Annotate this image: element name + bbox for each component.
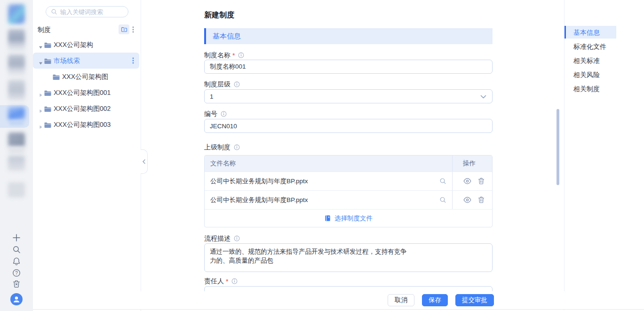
delete-button[interactable] <box>478 196 485 203</box>
search-icon <box>51 8 57 15</box>
table-row: 公司中长期业务规划与年度BP.pptx <box>205 190 492 209</box>
blurred-nav-item[interactable] <box>8 54 25 76</box>
panel-collapse-handle[interactable] <box>141 149 148 174</box>
trash-icon <box>478 178 485 185</box>
chevron-left-icon <box>142 159 146 164</box>
label-text: 编号 <box>204 110 217 118</box>
form-footer: 取消 保存 提交审批 <box>33 291 644 310</box>
info-icon[interactable] <box>234 81 240 87</box>
tree-item[interactable]: XXX公司架构图001 <box>33 85 141 101</box>
field-label-description: 流程描述 <box>204 234 240 242</box>
info-icon[interactable] <box>231 278 238 284</box>
help-button[interactable]: ? <box>12 269 21 277</box>
select-file-label: 选择制度文件 <box>334 214 373 223</box>
tree-item[interactable]: XXX公司架构图003 <box>33 117 141 132</box>
code-input[interactable] <box>204 119 493 133</box>
bell-icon <box>12 257 21 265</box>
submit-approval-button[interactable]: 提交审批 <box>455 294 494 306</box>
anchor-item-related-risks[interactable]: 相关风险 <box>573 71 600 79</box>
book-star-icon <box>324 215 331 222</box>
required-mark: * <box>226 278 228 285</box>
tree-item-more-button[interactable] <box>130 56 136 65</box>
table-header: 文件名称 操作 <box>205 156 492 171</box>
folder-icon <box>44 42 51 50</box>
info-icon[interactable] <box>234 235 240 241</box>
user-avatar[interactable] <box>10 293 23 305</box>
scrollbar-thumb[interactable] <box>557 109 559 185</box>
add-folder-button[interactable] <box>119 24 129 34</box>
label-text: 责任人 <box>204 277 224 286</box>
file-search-button[interactable] <box>439 178 446 185</box>
search-icon <box>12 245 21 254</box>
preview-button[interactable] <box>463 178 471 184</box>
recycle-bin-button[interactable] <box>12 280 21 288</box>
svg-text:?: ? <box>15 271 18 276</box>
file-name: 公司中长期业务规划与年度BP.pptx <box>210 177 308 186</box>
caret-right-icon[interactable] <box>39 107 43 115</box>
blurred-nav-item[interactable] <box>8 29 25 51</box>
blurred-nav-item[interactable] <box>8 182 25 197</box>
delete-button[interactable] <box>478 178 485 185</box>
info-icon[interactable] <box>234 144 240 150</box>
tree-item-label: XXX公司架构图 <box>62 73 108 81</box>
global-search-button[interactable] <box>12 245 21 254</box>
plus-icon <box>12 233 21 242</box>
table-row: 公司中长期业务规划与年度BP.pptx <box>205 171 492 190</box>
select-file-button[interactable]: 选择制度文件 <box>324 214 373 223</box>
search-icon <box>439 178 446 185</box>
tree-item-selected[interactable]: 市场线索 <box>33 53 139 69</box>
blurred-nav-item[interactable] <box>8 132 25 147</box>
caret-right-icon[interactable] <box>39 91 43 99</box>
blurred-nav-item-selected[interactable] <box>0 105 29 128</box>
field-label-code: 编号 <box>204 110 227 118</box>
blurred-label <box>8 148 25 153</box>
tree-more-button[interactable] <box>130 25 136 34</box>
tree-item[interactable]: XXX公司架构 <box>33 37 141 53</box>
page-title: 新建制度 <box>204 10 234 20</box>
parent-files-table: 文件名称 操作 公司中长期业务规划与年度BP.pptx 公司中长期业务规划与年度… <box>204 155 493 227</box>
caret-right-icon[interactable] <box>39 123 43 131</box>
tree-item-label: 市场线索 <box>54 57 80 65</box>
eye-icon <box>463 197 471 203</box>
folder-icon <box>44 122 51 130</box>
label-text: 制度层级 <box>204 80 231 89</box>
file-search-button[interactable] <box>439 196 446 203</box>
level-select[interactable]: 1 <box>204 89 493 103</box>
blurred-nav-item[interactable] <box>8 156 25 171</box>
field-label-owner: 责任人* <box>204 277 238 285</box>
tree-item-label: XXX公司架构图002 <box>54 105 111 113</box>
kebab-icon <box>132 57 134 64</box>
tree-item[interactable]: XXX公司架构图 <box>33 69 141 85</box>
tree-search-input[interactable] <box>60 8 121 16</box>
caret-down-icon[interactable] <box>39 59 43 67</box>
save-button[interactable]: 保存 <box>422 294 448 306</box>
anchor-item-related-standards[interactable]: 相关标准 <box>573 57 600 65</box>
anchor-label: 基本信息 <box>573 29 600 37</box>
add-button[interactable] <box>12 233 21 242</box>
blurred-nav-item[interactable] <box>8 80 25 101</box>
anchor-nav: 基本信息 标准化文件 相关标准 相关风险 相关制度 <box>564 0 644 311</box>
anchor-item-basic-info[interactable]: 基本信息 <box>564 26 616 39</box>
table-footer: 选择制度文件 <box>205 209 492 227</box>
info-icon[interactable] <box>221 111 227 117</box>
tree-item-label: XXX公司架构图003 <box>54 121 111 129</box>
caret-down-icon[interactable] <box>39 43 43 51</box>
field-label-level: 制度层级 <box>204 80 240 88</box>
folder-icon <box>53 74 60 82</box>
anchor-item-related-regulations[interactable]: 相关制度 <box>573 85 600 93</box>
anchor-item-standard-files[interactable]: 标准化文件 <box>573 43 606 51</box>
name-input[interactable] <box>204 60 493 74</box>
field-label-name: 制度名称* <box>204 51 244 59</box>
notifications-button[interactable] <box>12 257 21 265</box>
main-form: 新建制度 基本信息 制度名称* 制度层级 1 编号 上级制度 文件 <box>141 0 564 311</box>
cancel-button[interactable]: 取消 <box>388 294 414 306</box>
column-header-actions: 操作 <box>463 159 476 168</box>
description-textarea[interactable]: 通过一致的、规范的方法来指导产品开发与技术研发过程，支持有竞争 力的、高质量的产… <box>204 243 493 272</box>
folder-plus-icon <box>121 26 127 33</box>
preview-button[interactable] <box>463 197 471 203</box>
chevron-down-icon <box>480 95 486 99</box>
info-icon[interactable] <box>238 52 244 58</box>
label-text: 流程描述 <box>204 234 231 243</box>
search-icon <box>439 196 446 203</box>
tree-item[interactable]: XXX公司架构图002 <box>33 101 141 117</box>
